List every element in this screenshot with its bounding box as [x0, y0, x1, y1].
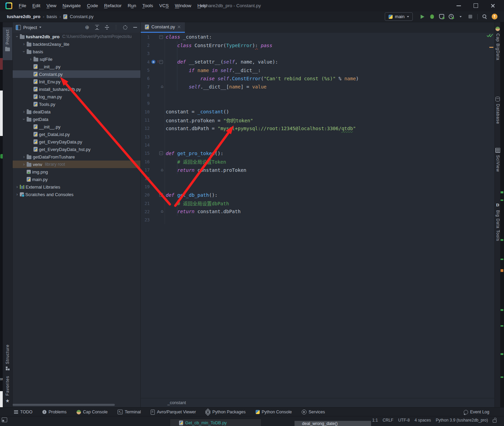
menu-refactor[interactable]: Refactor: [101, 0, 125, 11]
tool-stripe-cap-bigdata[interactable]: Cap BigData: [495, 27, 501, 60]
tree-item-log-man-py[interactable]: log_man.py: [12, 93, 140, 100]
chevron-down-icon[interactable]: [39, 27, 41, 28]
tool-stripe-big-data-tools[interactable]: DBig Data Tools: [495, 202, 501, 241]
toolwindow-toggle-icon[interactable]: [2, 417, 7, 422]
chevron-closed-icon[interactable]: ›: [21, 162, 27, 166]
run-configuration-select[interactable]: main: [385, 12, 413, 21]
settings-button[interactable]: [122, 23, 128, 31]
menu-file[interactable]: File: [16, 0, 29, 11]
tree-item-backtest2easy-lite[interactable]: ›backtest2easy_lite: [12, 40, 140, 48]
code-line-3[interactable]: 3: [141, 50, 495, 58]
tree-item-init-env-py[interactable]: Init_Env.py: [12, 78, 140, 85]
menu-tools[interactable]: Tools: [139, 0, 156, 11]
breadcrumb-item-constant-py[interactable]: Constant.py: [70, 14, 93, 19]
menu-code[interactable]: Code: [84, 0, 101, 11]
editor-breadcrumb[interactable]: _constant: [167, 400, 186, 405]
tool-stripe-database[interactable]: Database: [495, 97, 501, 124]
toolwindow-python-console[interactable]: Python Console: [256, 410, 292, 414]
tree-item-tushare2db-pro[interactable]: ›tushare2db_proC:\Users\Steven\PycharmPr…: [12, 33, 140, 40]
code-line-18[interactable]: 18: [141, 174, 495, 182]
code-line-10[interactable]: 10constant = _constant(): [141, 108, 495, 116]
breadcrumb-item-tushare2db-pro[interactable]: tushare2db_pro: [7, 14, 40, 19]
chevron-open-icon[interactable]: ›: [21, 50, 27, 54]
code-line-13[interactable]: 13: [141, 133, 495, 141]
tree-item-sqlfile[interactable]: ›sqlFile: [12, 55, 140, 63]
code-line-15[interactable]: 15def get_pro_token():: [141, 149, 495, 157]
tree-item-init-py[interactable]: __init__.py: [12, 63, 140, 70]
toolwindow-avro-parquet-viewer[interactable]: Avro/Parquet Viewer: [151, 410, 196, 415]
menu-window[interactable]: Window: [172, 0, 194, 11]
code-line-22[interactable]: 22⌂ return constant.dbPath: [141, 207, 495, 216]
tree-item-constant-py[interactable]: Constant.py: [12, 70, 140, 78]
status-line-separator[interactable]: CRLF: [383, 418, 393, 423]
status-indent-style[interactable]: 4 spaces: [414, 418, 431, 423]
chevron-closed-icon[interactable]: ›: [14, 185, 20, 189]
debug-button[interactable]: [427, 13, 437, 21]
toolwindow-services[interactable]: Services: [302, 410, 325, 414]
code-area[interactable]: 1class _constant:2 class ConstError(Type…: [141, 33, 495, 398]
code-line-5[interactable]: 5 if name in self.__dict__:: [141, 66, 495, 74]
menu-vcs[interactable]: VCS: [156, 0, 172, 11]
chevron-closed-icon[interactable]: ›: [28, 57, 33, 61]
menu-run[interactable]: Run: [125, 0, 139, 11]
tree-item-dealdata[interactable]: ›dealData: [12, 108, 140, 115]
tree-item-get-everydaydata-hst-py[interactable]: get_EveryDayData_hst.py: [12, 146, 140, 153]
code-line-16[interactable]: 16 # 返回全局设置Token: [141, 157, 495, 166]
chevron-open-icon[interactable]: ›: [14, 35, 20, 39]
fold-marker-icon[interactable]: [159, 151, 163, 155]
code-line-20[interactable]: 20def get_db_path():: [141, 191, 495, 199]
collapse-button[interactable]: [104, 23, 110, 31]
status-caret-position[interactable]: 1:1: [372, 418, 378, 423]
fold-marker-icon[interactable]: [159, 193, 163, 197]
chevron-closed-icon[interactable]: ›: [21, 155, 27, 159]
tree-item-external-libraries[interactable]: ›External Libraries: [12, 183, 140, 191]
run-button[interactable]: [418, 13, 427, 21]
tool-stripe-sciview[interactable]: SciView: [495, 148, 501, 172]
tree-item-tools-py[interactable]: Tools.py: [12, 100, 140, 108]
locate-button[interactable]: ⊕: [84, 23, 91, 31]
profiler-button[interactable]: [446, 13, 456, 21]
status-file-encoding[interactable]: UTF-8: [398, 418, 410, 423]
editor-tab-constant-py[interactable]: Constant.py: [141, 22, 185, 33]
tree-item-getdatafromtushare[interactable]: ›getDataFromTushare: [12, 153, 140, 161]
tree-item-main-py[interactable]: main.py: [12, 176, 140, 183]
run-with-coverage-button[interactable]: [437, 13, 446, 21]
project-panel-title[interactable]: Project: [23, 25, 37, 30]
scrollbar-warning-mark[interactable]: [489, 47, 493, 48]
code-line-9[interactable]: 9: [141, 99, 495, 108]
chevron-closed-icon[interactable]: ›: [14, 192, 20, 196]
expand-button[interactable]: [94, 23, 100, 31]
code-line-14[interactable]: 14: [141, 141, 495, 149]
code-line-6[interactable]: 6 raise self.ConstError("Can't rebind co…: [141, 74, 495, 83]
chevron-closed-icon[interactable]: ›: [21, 110, 27, 114]
tool-stripe-favorites[interactable]: Favorites★: [3, 376, 12, 403]
code-line-2[interactable]: 2 class ConstError(TypeError): pass: [141, 41, 495, 49]
toolwindow-terminal[interactable]: >_Terminal: [118, 410, 141, 414]
toolwindow-todo[interactable]: TODO: [14, 410, 32, 414]
code-line-1[interactable]: 1class _constant:: [141, 33, 495, 41]
search-everywhere-button[interactable]: [480, 13, 490, 21]
tool-stripe-project[interactable]: Project: [3, 29, 12, 51]
menu-edit[interactable]: Edit: [29, 0, 43, 11]
chevron-open-icon[interactable]: ›: [21, 117, 27, 121]
update-available-button[interactable]: ↑: [490, 13, 499, 21]
tool-stripe-structure[interactable]: Structure: [3, 344, 12, 370]
run-options-chevron[interactable]: [456, 13, 465, 21]
menu-navigate[interactable]: Navigate: [59, 0, 84, 11]
tab-close-icon[interactable]: [177, 25, 181, 29]
close-button[interactable]: [484, 0, 501, 11]
menu-view[interactable]: View: [43, 0, 59, 11]
fold-marker-icon[interactable]: [159, 60, 163, 64]
tree-item-get-everydaydata-py[interactable]: get_EveryDayData.py: [12, 138, 140, 146]
tree-item-getdata[interactable]: ›getData: [12, 115, 140, 123]
project-tree-hscrollbar[interactable]: [12, 404, 115, 406]
tree-item-basis[interactable]: ›basis: [12, 48, 140, 55]
code-line-23[interactable]: 23: [141, 216, 495, 224]
tree-item-init-py[interactable]: __init__.py: [12, 123, 140, 130]
toolwindow-python-packages[interactable]: Python Packages: [206, 410, 245, 414]
breadcrumb-item-basis[interactable]: basis: [47, 14, 57, 19]
fold-marker-icon[interactable]: [159, 35, 163, 39]
toolwindow-problems[interactable]: !Problems: [42, 410, 67, 414]
event-log-button[interactable]: Event Log: [464, 410, 489, 414]
tree-item-get-datalist-py[interactable]: get_DataList.py: [12, 130, 140, 138]
